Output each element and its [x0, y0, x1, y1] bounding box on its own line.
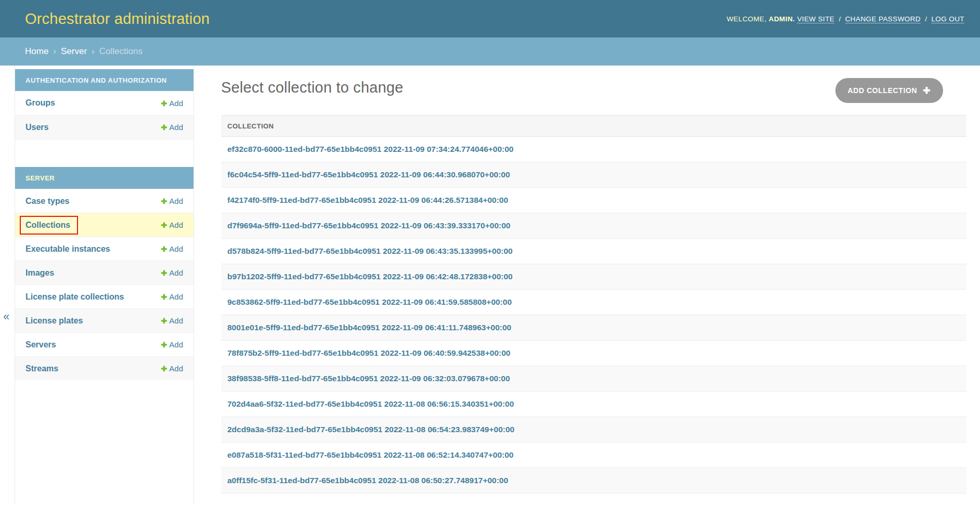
object-tools: ADD COLLECTION ✚ — [835, 78, 943, 103]
collection-link[interactable]: d578b824-5ff9-11ed-bd77-65e1bb4c0951 202… — [227, 247, 512, 256]
plus-icon: ✚ — [161, 245, 167, 253]
sidebar-link-collections[interactable]: Collections — [25, 221, 70, 229]
table-row: d7f9694a-5ff9-11ed-bd77-65e1bb4c0951 202… — [221, 213, 966, 239]
sidebar-item-license-plate-collections: License plate collections✚Add — [15, 284, 194, 308]
sidebar-link-license-plate-collections[interactable]: License plate collections — [25, 292, 124, 302]
sidebar-link-servers[interactable]: Servers — [25, 340, 56, 349]
plus-icon: ✚ — [161, 341, 167, 349]
sidebar-item-executable-instances: Executable instances✚Add — [15, 237, 194, 261]
change-password-link[interactable]: CHANGE PASSWORD — [845, 15, 921, 23]
add-collections-link[interactable]: ✚Add — [161, 221, 183, 229]
plus-icon: ✚ — [161, 269, 167, 277]
table-header-row: COLLECTION — [221, 115, 966, 137]
sidebar-item-case-types: Case types✚Add — [15, 189, 194, 213]
sidebar-link-images[interactable]: Images — [25, 268, 54, 278]
collection-link[interactable]: 702d4aa6-5f32-11ed-bd77-65e1bb4c0951 202… — [227, 399, 514, 409]
app-header: Orchestrator administration WELCOME, ADM… — [0, 0, 980, 37]
add-license-plates-link[interactable]: ✚Add — [161, 316, 183, 325]
breadcrumb-separator: › — [53, 46, 56, 57]
sidebar-collapse-toggle[interactable]: « — [3, 311, 9, 322]
table-row: ef32c870-6000-11ed-bd77-65e1bb4c0951 202… — [221, 137, 966, 162]
collection-link[interactable]: f6c04c54-5ff9-11ed-bd77-65e1bb4c0951 202… — [227, 170, 510, 179]
add-license-plate-collections-link[interactable]: ✚Add — [161, 292, 183, 301]
table-row: 38f98538-5ff8-11ed-bd77-65e1bb4c0951 202… — [221, 366, 966, 392]
table-row: a0ff15fc-5f31-11ed-bd77-65e1bb4c0951 202… — [221, 468, 966, 494]
sidebar: AUTHENTICATION AND AUTHORIZATIONGroups✚A… — [15, 66, 194, 505]
collection-link[interactable]: d7f9694a-5ff9-11ed-bd77-65e1bb4c0951 202… — [227, 221, 510, 230]
user-tools-separator: / — [925, 15, 927, 23]
user-tools-separator: / — [839, 15, 841, 23]
sidebar-link-streams[interactable]: Streams — [25, 364, 58, 373]
add-servers-link[interactable]: ✚Add — [161, 340, 183, 349]
collection-table: COLLECTION ef32c870-6000-11ed-bd77-65e1b… — [221, 115, 966, 494]
table-body: ef32c870-6000-11ed-bd77-65e1bb4c0951 202… — [221, 137, 966, 494]
sidebar-section-server[interactable]: SERVER — [15, 167, 194, 189]
main-content: Select collection to change ADD COLLECTI… — [221, 66, 966, 494]
sidebar-link-users[interactable]: Users — [25, 123, 48, 132]
collection-link[interactable]: f42174f0-5ff9-11ed-bd77-65e1bb4c0951 202… — [227, 196, 508, 205]
welcome-text: WELCOME, — [727, 15, 767, 23]
collection-link[interactable]: 38f98538-5ff8-11ed-bd77-65e1bb4c0951 202… — [227, 374, 510, 383]
plus-icon: ✚ — [161, 99, 167, 108]
plus-icon: ✚ — [161, 197, 167, 205]
breadcrumb: Home › Server › Collections — [0, 37, 980, 66]
add-collection-button[interactable]: ADD COLLECTION ✚ — [835, 78, 943, 103]
sidebar-item-images: Images✚Add — [15, 261, 194, 284]
table-row: 78f875b2-5ff9-11ed-bd77-65e1bb4c0951 202… — [221, 341, 966, 366]
column-header-collection[interactable]: COLLECTION — [227, 122, 274, 130]
collection-link[interactable]: e087a518-5f31-11ed-bd77-65e1bb4c0951 202… — [227, 450, 513, 460]
plus-icon: ✚ — [161, 123, 167, 132]
table-row: 8001e01e-5ff9-11ed-bd77-65e1bb4c0951 202… — [221, 315, 966, 341]
breadcrumb-separator: › — [92, 46, 95, 57]
log-out-link[interactable]: LOG OUT — [931, 15, 964, 23]
add-collection-label: ADD COLLECTION — [848, 86, 918, 95]
table-row: d578b824-5ff9-11ed-bd77-65e1bb4c0951 202… — [221, 239, 966, 264]
plus-icon: ✚ — [923, 86, 931, 95]
breadcrumb-current: Collections — [99, 46, 143, 57]
collection-link[interactable]: 78f875b2-5ff9-11ed-bd77-65e1bb4c0951 202… — [227, 348, 510, 358]
sidebar-section-authentication-and-authorization[interactable]: AUTHENTICATION AND AUTHORIZATION — [15, 69, 194, 91]
collection-link[interactable]: b97b1202-5ff9-11ed-bd77-65e1bb4c0951 202… — [227, 272, 512, 281]
table-row: b97b1202-5ff9-11ed-bd77-65e1bb4c0951 202… — [221, 264, 966, 290]
sidebar-section-spacer — [15, 139, 194, 167]
sidebar-sections: AUTHENTICATION AND AUTHORIZATIONGroups✚A… — [15, 69, 194, 380]
annotation-highlight-box: Collections — [20, 216, 78, 235]
view-site-link[interactable]: VIEW SITE — [797, 15, 834, 23]
collection-link[interactable]: 9c853862-5ff9-11ed-bd77-65e1bb4c0951 202… — [227, 297, 512, 307]
add-groups-link[interactable]: ✚Add — [161, 99, 183, 108]
site-title[interactable]: Orchestrator administration — [25, 10, 210, 28]
plus-icon: ✚ — [161, 293, 167, 301]
table-row: e087a518-5f31-11ed-bd77-65e1bb4c0951 202… — [221, 443, 966, 468]
sidebar-item-collections: Collections✚Add — [15, 213, 194, 237]
collection-link[interactable]: 2dcd9a3a-5f32-11ed-bd77-65e1bb4c0951 202… — [227, 425, 514, 434]
table-row: 9c853862-5ff9-11ed-bd77-65e1bb4c0951 202… — [221, 290, 966, 315]
plus-icon: ✚ — [161, 221, 167, 229]
add-images-link[interactable]: ✚Add — [161, 268, 183, 277]
sidebar-item-users: Users✚Add — [15, 115, 194, 139]
collection-link[interactable]: 8001e01e-5ff9-11ed-bd77-65e1bb4c0951 202… — [227, 323, 511, 332]
table-row: f42174f0-5ff9-11ed-bd77-65e1bb4c0951 202… — [221, 188, 966, 213]
collection-link[interactable]: ef32c870-6000-11ed-bd77-65e1bb4c0951 202… — [227, 145, 513, 154]
plus-icon: ✚ — [161, 365, 167, 373]
breadcrumb-server[interactable]: Server — [61, 46, 87, 57]
add-executable-instances-link[interactable]: ✚Add — [161, 244, 183, 253]
add-users-link[interactable]: ✚Add — [161, 123, 183, 132]
sidebar-link-license-plates[interactable]: License plates — [25, 316, 83, 326]
table-row: 2dcd9a3a-5f32-11ed-bd77-65e1bb4c0951 202… — [221, 417, 966, 443]
breadcrumb-home[interactable]: Home — [25, 46, 48, 57]
sidebar-link-groups[interactable]: Groups — [25, 98, 55, 108]
sidebar-link-case-types[interactable]: Case types — [25, 197, 70, 206]
sidebar-item-servers: Servers✚Add — [15, 332, 194, 356]
table-row: f6c04c54-5ff9-11ed-bd77-65e1bb4c0951 202… — [221, 162, 966, 188]
collection-link[interactable]: a0ff15fc-5f31-11ed-bd77-65e1bb4c0951 202… — [227, 476, 508, 485]
user-tools: WELCOME, ADMIN. VIEW SITE / CHANGE PASSW… — [727, 15, 964, 23]
username: ADMIN. — [769, 15, 795, 23]
sidebar-item-streams: Streams✚Add — [15, 356, 194, 380]
sidebar-link-executable-instances[interactable]: Executable instances — [25, 244, 110, 254]
plus-icon: ✚ — [161, 317, 167, 325]
add-streams-link[interactable]: ✚Add — [161, 364, 183, 373]
sidebar-item-groups: Groups✚Add — [15, 91, 194, 115]
sidebar-item-license-plates: License plates✚Add — [15, 308, 194, 332]
add-case-types-link[interactable]: ✚Add — [161, 197, 183, 205]
table-row: 702d4aa6-5f32-11ed-bd77-65e1bb4c0951 202… — [221, 392, 966, 417]
